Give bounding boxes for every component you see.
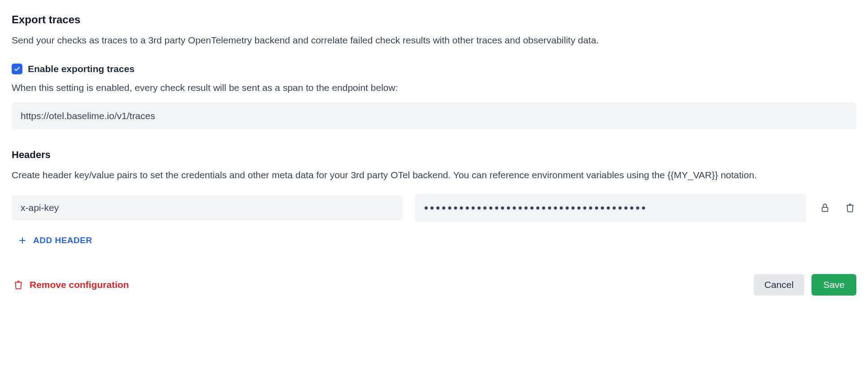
add-header-button[interactable]: ADD HEADER bbox=[12, 232, 99, 249]
action-buttons: Cancel Save bbox=[754, 274, 856, 296]
delete-header-button[interactable] bbox=[844, 202, 856, 214]
enable-checkbox-row: Enable exporting traces bbox=[12, 64, 856, 74]
enable-checkbox[interactable] bbox=[12, 64, 22, 74]
enable-checkbox-label: Enable exporting traces bbox=[28, 64, 135, 74]
trash-icon bbox=[13, 280, 23, 290]
header-value-input[interactable] bbox=[415, 194, 806, 222]
lock-button[interactable] bbox=[819, 202, 831, 214]
section-description: Send your checks as traces to a 3rd part… bbox=[12, 33, 856, 47]
header-key-input[interactable] bbox=[12, 195, 403, 220]
headers-title: Headers bbox=[12, 149, 856, 161]
endpoint-input[interactable] bbox=[12, 103, 856, 129]
plus-icon bbox=[18, 236, 27, 245]
add-header-label: ADD HEADER bbox=[33, 236, 92, 245]
cancel-button[interactable]: Cancel bbox=[754, 274, 804, 296]
header-row bbox=[12, 194, 856, 222]
remove-configuration-button[interactable]: Remove configuration bbox=[12, 278, 131, 292]
headers-description: Create header key/value pairs to set the… bbox=[12, 168, 856, 182]
save-button[interactable]: Save bbox=[812, 274, 856, 296]
trash-icon bbox=[845, 203, 855, 213]
lock-icon bbox=[820, 203, 830, 213]
check-icon bbox=[13, 65, 21, 73]
section-title: Export traces bbox=[12, 13, 856, 26]
svg-rect-0 bbox=[822, 207, 828, 211]
enable-description: When this setting is enabled, every chec… bbox=[12, 81, 856, 95]
remove-configuration-label: Remove configuration bbox=[30, 279, 129, 290]
footer-row: Remove configuration Cancel Save bbox=[12, 274, 856, 296]
